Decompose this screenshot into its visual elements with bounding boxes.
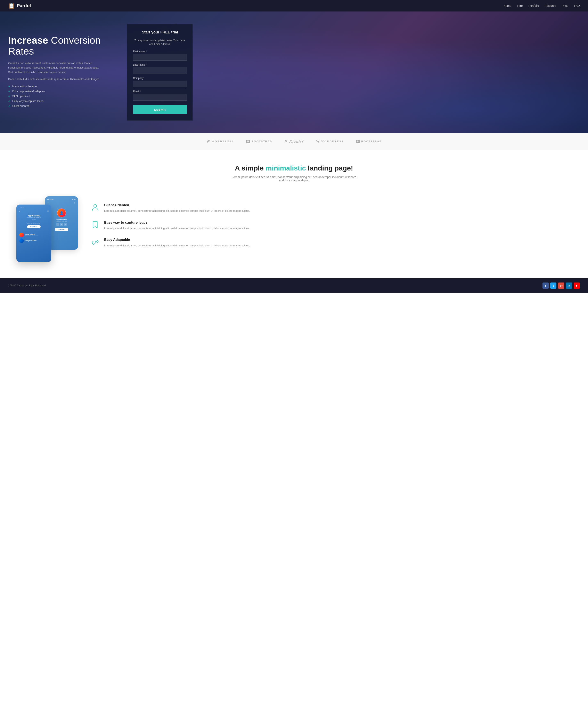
bootstrap-label-1: Bootstrap — [252, 140, 272, 143]
linkedin-button[interactable]: in — [566, 283, 572, 289]
phone-app-sub: Presentation Mockup — [27, 217, 41, 218]
phone-front: ••••• BELL ♦ ≡ ⚙ App Screens Presentatio… — [16, 205, 51, 262]
company-input[interactable] — [133, 81, 187, 87]
logo-wordpress-2: W WORDPRESS — [316, 139, 343, 144]
hero-feature-item: ✔Client oriented — [8, 104, 115, 108]
hero-feature-item: ✔Fully responsive & adaptive — [8, 90, 115, 93]
twitter-button[interactable]: t — [550, 283, 556, 289]
email-input[interactable] — [133, 94, 187, 101]
feature-title-1: Client Oriented — [104, 203, 250, 207]
hero-title-strong: Increase — [8, 35, 48, 46]
email-group: Email * — [133, 90, 187, 101]
last-name-label: Last Name * — [133, 63, 187, 66]
check-icon: ✔ — [8, 90, 10, 93]
feature-desc-3: Lorem ipsum dolor sit amet, consectetur … — [104, 244, 250, 248]
hero-title: Increase Conversion Rates — [8, 35, 115, 57]
nav-item-faq[interactable]: FAQ — [574, 4, 580, 7]
feature-content-3: Easy Adaptable Lorem ipsum dolor sit ame… — [104, 238, 250, 248]
phone-status-bar-front: ••••• BELL ♦ — [18, 207, 49, 208]
nav-item-intro[interactable]: Intro — [517, 4, 523, 7]
feature-icon-bookmark — [90, 221, 100, 230]
feature-content-2: Easy way to capture leads Lorem ipsum do… — [104, 221, 250, 231]
company-label: Company — [133, 77, 187, 80]
hero-form-card: Start your FREE trial To stay tuned to o… — [127, 24, 193, 121]
footer-copyright: 2018 © Pardot. All Right Reserved — [8, 284, 46, 287]
youtube-button[interactable]: ▶ — [574, 283, 580, 289]
intro-subtitle: Lorem ipsum dolor elit sed sit amet, con… — [230, 176, 358, 182]
wordpress-label-1: WORDPRESS — [211, 140, 234, 143]
nav-item-price[interactable]: Price — [562, 4, 568, 7]
feature-title-3: Easy Adaptable — [104, 238, 250, 242]
form-card-title: Start your FREE trial — [133, 30, 187, 35]
phone-back-role: Designer, Art Director — [56, 221, 67, 222]
email-label: Email * — [133, 90, 187, 93]
check-icon: ✔ — [8, 95, 10, 98]
first-name-label: First Name * — [133, 50, 187, 53]
phone-front-screen: ••••• BELL ♦ ≡ ⚙ App Screens Presentatio… — [16, 205, 51, 262]
intro-heading-rest: landing page! — [306, 164, 353, 172]
brand-logo[interactable]: 📋 Pardot — [8, 3, 31, 9]
check-icon: ✔ — [8, 85, 10, 88]
feature-icon-person — [90, 203, 100, 213]
bootstrap-label-2: Bootstrap — [361, 140, 382, 143]
first-name-input[interactable] — [133, 54, 187, 61]
jquery-icon: ≋ — [285, 139, 288, 144]
nav-menu: HomeIntroPortfolioFeaturesPriceFAQ — [504, 4, 580, 7]
feature-item-3: Easy Adaptable Lorem ipsum dolor sit ame… — [90, 238, 572, 248]
form-card-subtitle: To stay tuned to our updates, enter Your… — [133, 39, 187, 46]
navbar: 📋 Pardot HomeIntroPortfolioFeaturesPrice… — [0, 0, 588, 12]
hero-feature-item: ✔Easy way to capture leads — [8, 100, 115, 103]
logo-bootstrap-1: B Bootstrap — [246, 140, 272, 143]
check-icon: ✔ — [8, 104, 10, 108]
phone-tag: #APP — [27, 219, 41, 221]
feature-text: Many addon features — [12, 85, 37, 88]
hero-content: Increase Conversion Rates Curabitur non … — [8, 35, 115, 109]
hero-paragraph-1: Curabitur non nulla sit amet nisl tempus… — [8, 61, 103, 75]
nav-item-features[interactable]: Features — [545, 4, 556, 7]
footer: 2018 © Pardot. All Right Reserved f t g+… — [0, 279, 588, 293]
mockup-phones-container: ••••• BELL ♦80% ▮ ≡ ⚙ 👤 Emma Watson Desi… — [16, 196, 78, 262]
feature-title-2: Easy way to capture leads — [104, 221, 250, 225]
features-section: ••••• BELL ♦80% ▮ ≡ ⚙ 👤 Emma Watson Desi… — [0, 186, 588, 279]
last-name-group: Last Name * — [133, 63, 187, 74]
phone-app-title: App Screens — [27, 214, 41, 217]
brand-icon: 📋 — [8, 3, 15, 9]
phone-free-resource: Free Resource PSD — [27, 223, 40, 224]
phone-back-download: Download — [55, 228, 68, 231]
jquery-label: jQuery — [289, 139, 303, 144]
wordpress-label-2: WORDPRESS — [321, 140, 343, 143]
wordpress-icon-2: W — [316, 139, 320, 144]
nav-item-home[interactable]: Home — [504, 4, 511, 7]
company-group: Company — [133, 77, 187, 87]
nav-item-portfolio[interactable]: Portfolio — [528, 4, 539, 7]
hero-section: Increase Conversion Rates Curabitur non … — [0, 12, 588, 133]
bootstrap-icon-2: B — [356, 140, 360, 143]
wordpress-icon-1: W — [206, 139, 210, 144]
hero-features-list: ✔Many addon features✔Fully responsive & … — [8, 85, 115, 108]
logo-wordpress-1: W WORDPRESS — [206, 139, 234, 144]
feature-text: SEO optimized — [12, 95, 30, 98]
feature-item-1: Client Oriented Lorem ipsum dolor sit am… — [90, 203, 572, 213]
features-list: Client Oriented Lorem ipsum dolor sit am… — [90, 203, 572, 255]
hero-feature-item: ✔SEO optimized — [8, 95, 115, 98]
last-name-input[interactable] — [133, 67, 187, 74]
feature-content-1: Client Oriented Lorem ipsum dolor sit am… — [104, 203, 250, 213]
phone-status-bar-back: ••••• BELL ♦80% ▮ — [47, 199, 76, 201]
section-intro: A simple minimalistic landing page! Lore… — [0, 150, 588, 186]
hero-feature-item: ✔Many addon features — [8, 85, 115, 88]
logo-bootstrap-2: B Bootstrap — [356, 140, 382, 143]
feature-text: Easy way to capture leads — [12, 100, 43, 103]
hero-paragraph-2: Donec sollicitudin molestie malesuada qu… — [8, 77, 103, 81]
facebook-button[interactable]: f — [543, 283, 549, 289]
feature-desc-1: Lorem ipsum dolor sit amet, consectetur … — [104, 209, 250, 213]
phone-mockup: ••••• BELL ♦80% ▮ ≡ ⚙ 👤 Emma Watson Desi… — [16, 196, 78, 262]
googleplus-button[interactable]: g+ — [558, 283, 564, 289]
feature-icon-handshake — [90, 238, 100, 248]
submit-button[interactable]: Submit — [133, 105, 187, 114]
svg-point-0 — [94, 205, 97, 207]
logos-bar: W WORDPRESS B Bootstrap ≋ jQuery W WORDP… — [0, 133, 588, 150]
phone-front-download: Download — [27, 225, 40, 228]
logo-jquery: ≋ jQuery — [285, 139, 303, 144]
footer-social: f t g+ in ▶ — [543, 283, 580, 289]
intro-heading-highlight: minimalistic — [266, 164, 306, 172]
